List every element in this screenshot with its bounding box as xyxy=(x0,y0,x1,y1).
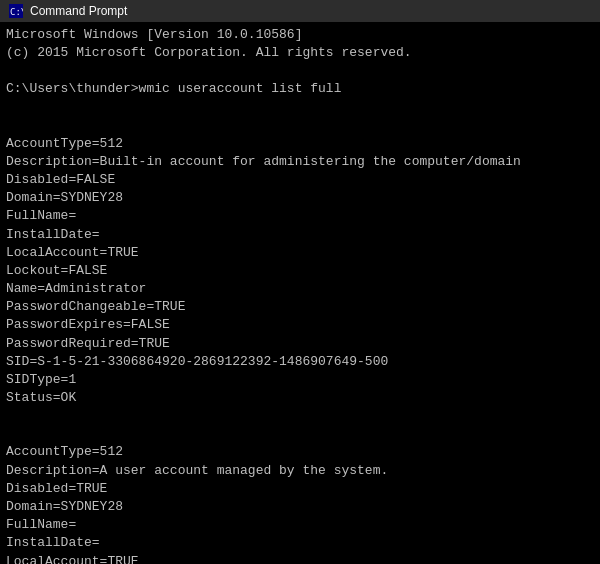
terminal-line xyxy=(6,99,594,117)
terminal-body: Microsoft Windows [Version 10.0.10586](c… xyxy=(0,22,600,564)
terminal-line: AccountType=512 xyxy=(6,135,594,153)
terminal-line: Status=OK xyxy=(6,389,594,407)
title-bar-title: Command Prompt xyxy=(30,4,592,18)
terminal-line: FullName= xyxy=(6,516,594,534)
terminal-line: PasswordExpires=FALSE xyxy=(6,316,594,334)
terminal-line: (c) 2015 Microsoft Corporation. All righ… xyxy=(6,44,594,62)
terminal-line: Description=A user account managed by th… xyxy=(6,462,594,480)
title-bar: C:\ Command Prompt xyxy=(0,0,600,22)
terminal-line: Disabled=FALSE xyxy=(6,171,594,189)
terminal-line xyxy=(6,62,594,80)
terminal-line: FullName= xyxy=(6,207,594,225)
terminal-line xyxy=(6,407,594,425)
cmd-icon: C:\ xyxy=(8,3,24,19)
terminal-line xyxy=(6,425,594,443)
terminal-line: LocalAccount=TRUE xyxy=(6,553,594,565)
terminal-line: Microsoft Windows [Version 10.0.10586] xyxy=(6,26,594,44)
terminal-line: Lockout=FALSE xyxy=(6,262,594,280)
svg-text:C:\: C:\ xyxy=(10,7,23,17)
terminal-line xyxy=(6,117,594,135)
terminal-line: SID=S-1-5-21-3306864920-2869122392-14869… xyxy=(6,353,594,371)
terminal-line: Domain=SYDNEY28 xyxy=(6,498,594,516)
terminal-line: C:\Users\thunder>wmic useraccount list f… xyxy=(6,80,594,98)
terminal-line: LocalAccount=TRUE xyxy=(6,244,594,262)
terminal-line: PasswordChangeable=TRUE xyxy=(6,298,594,316)
terminal-line: InstallDate= xyxy=(6,226,594,244)
terminal-line: AccountType=512 xyxy=(6,443,594,461)
terminal-line: InstallDate= xyxy=(6,534,594,552)
terminal-line: Disabled=TRUE xyxy=(6,480,594,498)
terminal-line: Description=Built-in account for adminis… xyxy=(6,153,594,171)
terminal-line: PasswordRequired=TRUE xyxy=(6,335,594,353)
terminal-line: Name=Administrator xyxy=(6,280,594,298)
terminal-line: Domain=SYDNEY28 xyxy=(6,189,594,207)
terminal-line: SIDType=1 xyxy=(6,371,594,389)
